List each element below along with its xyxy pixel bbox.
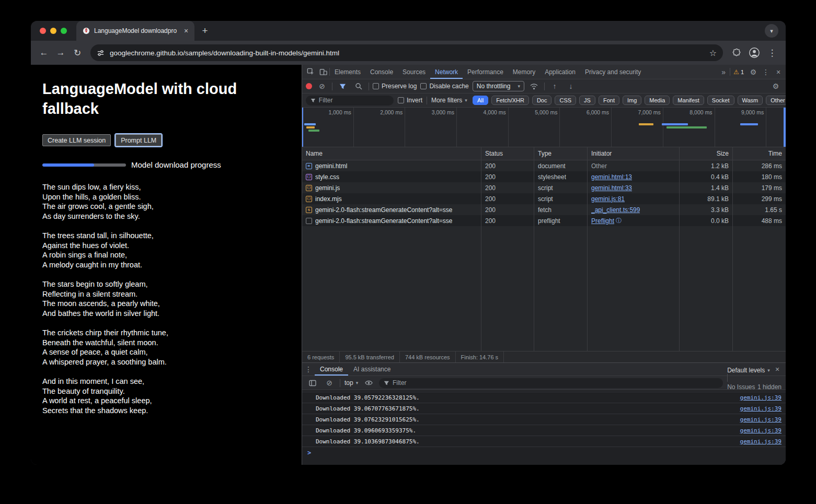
tab-memory[interactable]: Memory — [508, 65, 540, 79]
initiator-link[interactable]: gemini.js:81 — [591, 195, 625, 203]
browser-tab[interactable]: LanguageModel downloadpro × — [76, 21, 194, 41]
console-source-link[interactable]: gemini.js:39 — [740, 394, 781, 401]
column-header-size[interactable]: Size — [680, 147, 733, 160]
chip-img[interactable]: Img — [623, 96, 641, 105]
column-header-time[interactable]: Time — [733, 147, 786, 160]
network-overview-timeline[interactable]: 1,000 ms 2,000 ms 3,000 ms 4,000 ms 5,00… — [302, 108, 786, 147]
filter-funnel-icon[interactable] — [336, 79, 349, 93]
disable-cache-checkbox[interactable]: Disable cache — [420, 83, 468, 90]
tab-privacy-security[interactable]: Privacy and security — [580, 65, 646, 79]
hidden-messages-label[interactable]: 1 hidden — [757, 383, 781, 391]
create-llm-session-button[interactable]: Create LLM session — [42, 134, 111, 146]
timeline-left-handle[interactable] — [302, 108, 303, 147]
default-levels-dropdown[interactable]: Default levels ▾ — [727, 367, 781, 374]
table-row[interactable]: {}gemini.js 200 script gemini.html:33 1.… — [302, 182, 786, 193]
address-bar[interactable]: googlechrome.github.io/samples/downloadi… — [90, 44, 723, 61]
tab-close-icon[interactable]: × — [182, 27, 190, 35]
chip-all[interactable]: All — [473, 96, 488, 105]
invert-checkbox[interactable]: Invert — [398, 97, 422, 104]
more-filters-button[interactable]: More filters ▾ — [431, 97, 467, 104]
export-har-icon[interactable]: ↑ — [548, 79, 561, 93]
column-header-type[interactable]: Type — [534, 147, 588, 160]
maximize-window-button[interactable] — [61, 28, 67, 34]
console-source-link[interactable]: gemini.js:39 — [740, 405, 781, 412]
eye-icon[interactable] — [362, 376, 375, 390]
console-filter-input[interactable] — [393, 379, 718, 386]
forward-button[interactable]: → — [53, 45, 68, 61]
site-info-icon[interactable] — [97, 49, 105, 57]
record-network-log-button[interactable] — [306, 83, 312, 89]
chip-socket[interactable]: Socket — [707, 96, 734, 105]
extensions-icon[interactable] — [728, 44, 745, 61]
column-header-status[interactable]: Status — [481, 147, 534, 160]
drawer-tab-ai-assistance[interactable]: AI assistance — [348, 363, 396, 376]
chip-js[interactable]: JS — [579, 96, 595, 105]
throttling-select[interactable]: No throttling ▾ — [473, 81, 524, 91]
network-filter-input[interactable] — [319, 97, 389, 104]
no-issues-label[interactable]: No Issues — [727, 383, 755, 391]
tab-application[interactable]: Application — [540, 65, 580, 79]
initiator-link[interactable]: _api_client.ts:599 — [591, 206, 640, 214]
initiator-link[interactable]: Preflight — [591, 217, 614, 225]
back-button[interactable]: ← — [36, 45, 52, 61]
table-row[interactable]: ⇅gemini-2.0-flash:streamGenerateContent?… — [302, 204, 786, 215]
import-har-icon[interactable]: ↓ — [565, 79, 577, 93]
table-row[interactable]: {}style.css 200 stylesheet gemini.html:1… — [302, 171, 786, 182]
tab-network[interactable]: Network — [430, 65, 463, 79]
chip-wasm[interactable]: Wasm — [738, 96, 763, 105]
tab-performance[interactable]: Performance — [463, 65, 508, 79]
more-tabs-icon[interactable]: » — [717, 65, 730, 79]
browser-menu-icon[interactable]: ⋮ — [764, 44, 780, 61]
devtools-settings-icon[interactable]: ⚙ — [747, 65, 760, 79]
table-row[interactable]: {}index.mjs 200 script gemini.js:81 89.1… — [302, 193, 786, 204]
device-toolbar-icon[interactable] — [317, 65, 329, 79]
preserve-log-checkbox[interactable]: Preserve log — [373, 83, 417, 90]
devtools-menu-icon[interactable]: ⋮ — [760, 65, 772, 79]
minimize-window-button[interactable] — [50, 28, 56, 34]
chip-other[interactable]: Other — [766, 96, 786, 105]
cell-status: 200 — [481, 193, 534, 204]
new-tab-button[interactable]: + — [198, 24, 212, 38]
console-source-link[interactable]: gemini.js:39 — [740, 427, 781, 434]
close-window-button[interactable] — [40, 28, 46, 34]
prompt-llm-button[interactable]: Prompt LLM — [116, 134, 162, 146]
network-search-icon[interactable] — [352, 79, 365, 93]
initiator-link[interactable]: gemini.html:33 — [591, 184, 632, 192]
chip-doc[interactable]: Doc — [532, 96, 552, 105]
cell-type: script — [534, 182, 588, 193]
table-row[interactable]: ≡gemini.html 200 document Other 1.2 kB 2… — [302, 160, 786, 171]
chip-css[interactable]: CSS — [555, 96, 576, 105]
table-row[interactable]: gemini-2.0-flash:streamGenerateContent?a… — [302, 215, 786, 226]
clear-console-icon[interactable]: ⊘ — [323, 376, 336, 390]
tab-search-chevron-icon[interactable]: ▾ — [765, 24, 778, 38]
network-settings-icon[interactable]: ⚙ — [769, 79, 782, 93]
console-context-selector[interactable]: top ▾ — [344, 379, 358, 386]
chip-fetch-xhr[interactable]: Fetch/XHR — [491, 96, 529, 105]
issues-warning-badge[interactable]: ⚠ 1 — [730, 68, 747, 76]
drawer-tab-console[interactable]: Console — [315, 363, 348, 376]
network-conditions-icon[interactable] — [528, 79, 541, 93]
bookmark-star-icon[interactable]: ☆ — [709, 48, 717, 58]
console-source-link[interactable]: gemini.js:39 — [740, 438, 781, 445]
devtools-close-icon[interactable]: × — [772, 65, 785, 79]
drawer-menu-icon[interactable]: ⋮ — [302, 363, 315, 376]
reload-button[interactable]: ↻ — [70, 45, 85, 61]
console-source-link[interactable]: gemini.js:39 — [740, 416, 781, 423]
column-header-initiator[interactable]: Initiator — [588, 147, 680, 160]
chip-font[interactable]: Font — [599, 96, 619, 105]
tab-elements[interactable]: Elements — [330, 65, 365, 79]
time-value: 488 ms — [762, 217, 782, 225]
model-download-progress-bar — [42, 163, 126, 167]
tab-sources[interactable]: Sources — [398, 65, 430, 79]
inspect-element-icon[interactable] — [304, 65, 317, 79]
initiator-link[interactable]: gemini.html:13 — [591, 173, 632, 181]
clear-network-log-icon[interactable]: ⊘ — [316, 79, 328, 93]
console-sidebar-icon[interactable] — [306, 376, 319, 390]
tab-console[interactable]: Console — [365, 65, 398, 79]
profile-avatar-icon[interactable] — [746, 44, 763, 61]
console-prompt[interactable]: > — [302, 447, 786, 458]
chip-media[interactable]: Media — [645, 96, 670, 105]
column-header-name[interactable]: Name — [302, 147, 481, 160]
chip-manifest[interactable]: Manifest — [673, 96, 704, 105]
timeline-right-handle[interactable] — [784, 108, 786, 147]
